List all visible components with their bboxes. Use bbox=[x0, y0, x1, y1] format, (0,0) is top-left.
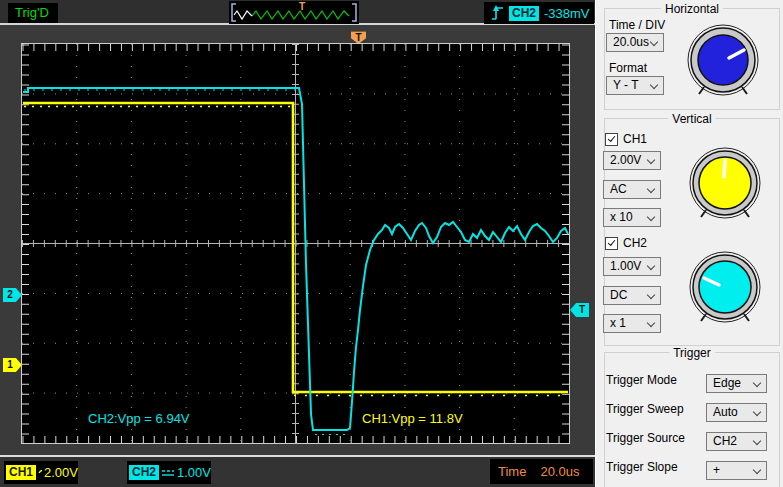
ch1-vpp-measurement: CH1:Vpp = 11.8V bbox=[362, 411, 463, 426]
ch1-enable-checkbox[interactable] bbox=[605, 133, 618, 146]
ch2-probe-select[interactable]: x 1 bbox=[603, 314, 661, 333]
waveform-display bbox=[22, 44, 569, 443]
format-select[interactable]: Y - T bbox=[606, 76, 664, 95]
chevron-down-icon bbox=[647, 185, 655, 193]
record-preview[interactable]: T bbox=[229, 1, 359, 24]
bottom-readout-bar: CH1 2.00V CH2 1.00V Time 20.0us bbox=[0, 455, 595, 487]
ch2-position-knob[interactable] bbox=[686, 248, 764, 326]
preview-waveform-icon: T bbox=[229, 1, 359, 24]
format-label: Format bbox=[609, 61, 647, 75]
ch1-probe-select[interactable]: x 10 bbox=[603, 208, 661, 227]
ch1-coupling-select[interactable]: AC bbox=[603, 180, 661, 199]
chevron-down-icon bbox=[753, 437, 761, 445]
scope-screen[interactable] bbox=[21, 43, 570, 444]
chevron-down-icon bbox=[647, 213, 655, 221]
top-status-bar: Trig'D T CH2 -338mV bbox=[0, 0, 595, 25]
trigger-source-select[interactable]: CH2 bbox=[706, 432, 767, 451]
ch1-scale-select[interactable]: 2.00V bbox=[603, 151, 661, 170]
trigger-group-title: Trigger bbox=[669, 346, 715, 360]
dc-coupling-icon bbox=[161, 468, 175, 478]
chevron-down-icon bbox=[753, 408, 761, 416]
chevron-down-icon bbox=[753, 379, 761, 387]
trigger-source-label: Trigger Source bbox=[606, 431, 685, 445]
horizontal-group-title: Horizontal bbox=[661, 2, 723, 16]
chevron-down-icon bbox=[753, 466, 761, 474]
horizontal-knob[interactable] bbox=[684, 21, 762, 99]
ch2-coupling-select[interactable]: DC bbox=[603, 286, 661, 305]
check-icon bbox=[608, 134, 616, 142]
time-label: Time bbox=[498, 464, 526, 479]
ch1-readout: CH1 2.00V bbox=[4, 461, 78, 484]
trigger-mode-label: Trigger Mode bbox=[606, 373, 677, 387]
chevron-down-icon bbox=[650, 38, 658, 46]
trigger-level-value: -338mV bbox=[544, 6, 590, 21]
ch1-enable-label: CH1 bbox=[623, 132, 647, 146]
ch2-readout: CH2 1.00V bbox=[127, 461, 211, 484]
ch2-scale-select[interactable]: 1.00V bbox=[603, 257, 661, 276]
check-icon bbox=[608, 238, 616, 246]
chevron-down-icon bbox=[647, 291, 655, 299]
trigger-source-badge: CH2 bbox=[509, 6, 539, 21]
ch1-position-knob[interactable] bbox=[686, 144, 764, 222]
timebase-readout: Time 20.0us bbox=[490, 459, 593, 484]
trigger-level-marker[interactable]: T bbox=[570, 303, 589, 317]
ch2-enable-checkbox[interactable] bbox=[605, 237, 618, 250]
time-div-label: Time / DIV bbox=[609, 18, 665, 32]
rising-edge-icon bbox=[491, 4, 504, 22]
chevron-down-icon bbox=[647, 156, 655, 164]
ch1-reference-marker[interactable]: 1 bbox=[3, 358, 22, 372]
vertical-group-title: Vertical bbox=[668, 112, 715, 126]
time-value: 20.0us bbox=[540, 464, 579, 479]
trigger-sweep-label: Trigger Sweep bbox=[606, 402, 684, 416]
preview-trigger-label: T bbox=[299, 1, 305, 12]
ch2-enable-label: CH2 bbox=[623, 236, 647, 250]
trigger-slope-label: Trigger Slope bbox=[606, 460, 678, 474]
ch1-enable-row: CH1 bbox=[605, 132, 647, 146]
ch2-enable-row: CH2 bbox=[605, 236, 647, 250]
control-panel: Horizontal Time / DIV 20.0us Format Y - … bbox=[595, 0, 783, 487]
trigger-slope-select[interactable]: + bbox=[706, 461, 767, 480]
ch2-badge: CH2 bbox=[129, 465, 159, 480]
ch2-scale-value: 1.00V bbox=[177, 465, 211, 480]
trigger-status-text: Trig'D bbox=[8, 3, 58, 23]
chevron-down-icon bbox=[647, 262, 655, 270]
chevron-down-icon bbox=[647, 319, 655, 327]
ch1-badge: CH1 bbox=[6, 465, 36, 480]
ch2-reference-marker[interactable]: 2 bbox=[3, 288, 22, 302]
trigger-sweep-select[interactable]: Auto bbox=[706, 403, 767, 422]
trigger-mode-select[interactable]: Edge bbox=[706, 374, 767, 393]
ac-coupling-icon bbox=[38, 468, 42, 478]
chevron-down-icon bbox=[650, 81, 658, 89]
oscilloscope-app: Trig'D T CH2 -338mV T bbox=[0, 0, 783, 487]
time-div-select[interactable]: 20.0us bbox=[606, 33, 664, 52]
scope-area: Trig'D T CH2 -338mV T bbox=[0, 0, 595, 487]
trigger-info: CH2 -338mV bbox=[484, 2, 594, 24]
ch2-vpp-measurement: CH2:Vpp = 6.94V bbox=[88, 411, 190, 426]
ch1-scale-value: 2.00V bbox=[44, 465, 78, 480]
